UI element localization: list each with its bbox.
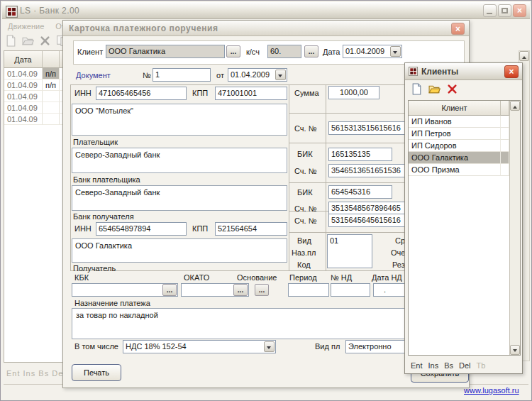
maximize-button[interactable] — [498, 4, 511, 17]
minimize-button[interactable] — [483, 4, 497, 17]
document-label: Документ — [76, 71, 111, 79]
vat-combobox[interactable]: НДС 18% 152-54 — [123, 340, 276, 353]
narrow-cell[interactable] — [501, 152, 509, 164]
client-browse-button[interactable]: ... — [226, 45, 240, 57]
recv-bank-field[interactable]: Северо-Западный банк — [72, 185, 287, 211]
recv-kpp-label: КПП — [192, 224, 208, 233]
key-hint-ent: Ent — [411, 361, 423, 370]
amount-label: Сумма — [294, 89, 319, 97]
vidpl-label: Вид пл — [315, 342, 340, 351]
amount-field[interactable]: 1000,00 — [328, 86, 379, 99]
date-field[interactable]: 01.04.2009 — [343, 45, 402, 58]
client-name-cell[interactable]: ИП Иванов — [409, 116, 501, 128]
recv-kpp-field[interactable]: 521564654 — [215, 222, 287, 236]
ksch-browse-button[interactable]: ... — [304, 45, 318, 57]
list-item[interactable]: ООО Призма — [409, 164, 509, 176]
dialog-close-button[interactable]: × — [451, 23, 465, 35]
doc-date-value: 01.04.2009 — [231, 70, 270, 79]
datand-label: Дата НД — [372, 273, 402, 282]
payer-inn-label: ИНН — [74, 89, 92, 97]
close-button[interactable]: × — [513, 4, 526, 17]
scroll-down-button[interactable] — [510, 345, 520, 355]
doc-date-dropdown-button[interactable] — [275, 70, 286, 80]
doc-no-label: № — [143, 71, 151, 79]
narrow-column-header[interactable] — [501, 101, 509, 116]
print-button[interactable]: Печать — [72, 364, 121, 381]
client-field[interactable]: ООО Галактика — [106, 45, 225, 58]
list-item[interactable]: ИП Петров — [409, 128, 509, 140]
chevron-down-icon — [267, 346, 271, 351]
list-item[interactable]: ИП Иванов — [409, 116, 509, 128]
client-name-cell[interactable]: ИП Петров — [409, 128, 501, 140]
osnovanie-label: Основание — [237, 273, 277, 282]
recv-inn-field[interactable]: 654654897894 — [96, 222, 187, 236]
date-cell[interactable]: 01.04.09 — [4, 91, 43, 102]
client-name-cell[interactable]: ИП Сидоров — [409, 140, 501, 152]
divider — [70, 84, 71, 270]
kbk-browse-button[interactable]: ... — [162, 284, 177, 296]
new-doc-icon[interactable] — [5, 35, 17, 47]
payer-inn-field[interactable]: 471065465456 — [96, 87, 187, 100]
type-cell[interactable] — [43, 114, 60, 125]
payer-bank-field[interactable]: Северо-Западный банк — [72, 148, 287, 173]
scroll-up-button[interactable] — [519, 51, 529, 61]
date-cell[interactable]: 01.04.09 — [4, 114, 43, 125]
nd-field[interactable] — [331, 283, 370, 297]
close-icon: × — [514, 5, 526, 16]
recv-inn-label: ИНН — [74, 224, 92, 233]
clients-close-button[interactable]: × — [504, 65, 519, 78]
payer-kpp-label: КПП — [192, 89, 208, 97]
vat-dropdown-button[interactable] — [264, 341, 275, 352]
date-dropdown-button[interactable] — [390, 46, 401, 57]
payer-bank-acc-label: Сч. № — [294, 167, 316, 175]
narrow-cell[interactable] — [501, 116, 509, 128]
client-name-cell[interactable]: ООО Галактика — [409, 152, 501, 164]
clients-toolbar — [411, 83, 458, 95]
payer-kpp-field[interactable]: 471001001 — [215, 87, 287, 100]
vid-field[interactable]: 01 — [327, 234, 372, 268]
open-folder-icon[interactable] — [428, 83, 440, 95]
narrow-cell[interactable] — [501, 140, 509, 152]
client-column-header[interactable]: Клиент — [409, 101, 501, 116]
type-column-header[interactable] — [43, 51, 60, 68]
recv-acc-label: Сч. № — [294, 216, 316, 225]
close-icon: × — [505, 66, 518, 77]
scroll-up-button[interactable] — [510, 101, 520, 111]
narrow-cell[interactable] — [501, 164, 509, 176]
osnovanie-browse-button[interactable]: ... — [255, 284, 269, 296]
date-cell[interactable]: 01.04.09 — [4, 102, 43, 114]
menu-item-dvizhenie[interactable]: Движение — [8, 22, 44, 32]
ksch-field[interactable]: 60. — [267, 45, 301, 58]
client-label: Клиент — [77, 48, 103, 56]
list-item-selected[interactable]: ООО Галактика — [409, 152, 509, 164]
delete-icon[interactable] — [446, 83, 458, 95]
clients-status-bar: Ent Ins Bs Del Tb — [408, 358, 521, 372]
recv-name-field[interactable]: ООО Галактика — [72, 238, 287, 263]
list-item[interactable]: ИП Сидоров — [409, 140, 509, 152]
arrow-up-icon — [522, 54, 526, 59]
main-toolbar — [5, 35, 68, 49]
recv-caption: Получатель — [73, 264, 116, 273]
type-cell[interactable]: п/п — [43, 79, 60, 91]
period-field[interactable] — [288, 283, 329, 297]
payer-name-field[interactable]: ООО "Мотылек" — [72, 104, 287, 136]
lugasoft-link[interactable]: www.lugasoft.ru — [464, 386, 519, 395]
date-cell[interactable]: 01.04.09 — [4, 68, 43, 79]
payer-bank-bik-field[interactable]: 165135135 — [328, 148, 392, 161]
client-name-cell[interactable]: ООО Призма — [409, 164, 501, 176]
date-column-header[interactable]: Дата — [4, 51, 43, 68]
okato-browse-button[interactable]: ... — [233, 284, 248, 296]
recv-bank-bik-field[interactable]: 654545316 — [328, 185, 392, 199]
type-cell[interactable] — [43, 91, 60, 102]
type-cell[interactable] — [43, 102, 60, 114]
type-cell[interactable]: п/п — [43, 68, 60, 79]
open-folder-icon[interactable] — [22, 35, 34, 47]
delete-icon[interactable] — [39, 35, 51, 47]
doc-date-field[interactable]: 01.04.2009 — [228, 68, 287, 82]
clients-title: Клиенты — [421, 67, 458, 77]
new-doc-icon[interactable] — [411, 83, 423, 95]
narrow-cell[interactable] — [501, 128, 509, 140]
date-cell[interactable]: 01.04.09 — [4, 79, 43, 91]
doc-no-field[interactable]: 1 — [153, 68, 211, 82]
clients-scrollbar[interactable] — [509, 101, 520, 355]
